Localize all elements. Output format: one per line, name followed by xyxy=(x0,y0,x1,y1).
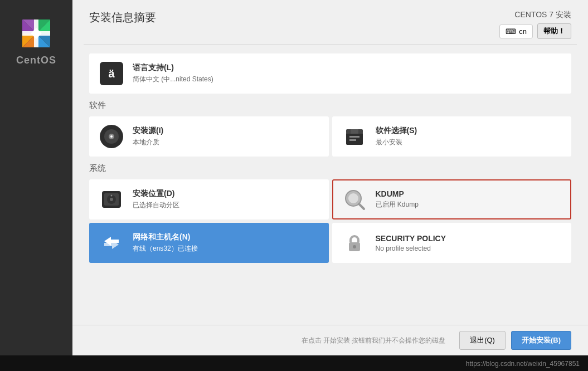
sidebar: CentOS xyxy=(0,0,72,355)
security-policy-text: SECURITY POLICY No profile selected xyxy=(376,234,446,252)
svg-point-14 xyxy=(110,135,113,138)
keyboard-button[interactable]: ⌨ cn xyxy=(499,25,533,38)
content-area: 安装信息摘要 CENTOS 7 安装 ⌨ cn 帮助！ xyxy=(72,0,588,355)
footer: 在点击 开始安装 按钮前我们并不会操作您的磁盘 退出(Q) 开始安装(B) xyxy=(72,325,588,355)
svg-line-27 xyxy=(359,204,364,209)
svg-point-23 xyxy=(110,198,113,201)
disc-icon xyxy=(100,125,123,148)
bottom-bar-url: https://blog.csdn.net/weixin_45967851 xyxy=(466,360,580,368)
security-policy-icon xyxy=(341,230,368,256)
kdump-icon xyxy=(341,186,368,213)
install-destination-subtitle: 已选择自动分区 xyxy=(133,201,179,210)
network-subtitle: 有线（ens32）已连接 xyxy=(133,244,198,253)
svg-rect-17 xyxy=(351,129,358,134)
software-tiles: 安装源(I) 本地介质 xyxy=(89,116,571,157)
software-selection-title: 软件选择(S) xyxy=(376,126,417,136)
title-text: 安装信息摘要 xyxy=(89,10,156,25)
svg-rect-15 xyxy=(346,133,363,145)
security-policy-subtitle: No profile selected xyxy=(376,245,446,252)
install-source-text: 安装源(I) 本地介质 xyxy=(133,126,163,147)
kdump-subtitle: 已启用 Kdump xyxy=(376,200,419,209)
install-source-title: 安装源(I) xyxy=(133,126,163,136)
header: 安装信息摘要 CENTOS 7 安装 ⌨ cn 帮助！ xyxy=(72,0,588,45)
security-policy-title: SECURITY POLICY xyxy=(376,234,446,243)
install-destination-tile[interactable]: 安装位置(D) 已选择自动分区 xyxy=(89,179,329,219)
security-policy-tile[interactable]: SECURITY POLICY No profile selected xyxy=(332,223,572,263)
install-button[interactable]: 开始安装(B) xyxy=(511,331,571,350)
logo-text: CentOS xyxy=(16,55,56,66)
network-icon xyxy=(98,230,125,256)
install-destination-icon xyxy=(98,186,125,213)
install-source-icon xyxy=(98,123,125,150)
network-text: 网络和主机名(N) 有线（ens32）已连接 xyxy=(133,232,198,253)
install-source-tile[interactable]: 安装源(I) 本地介质 xyxy=(89,116,329,157)
centos-logo-icon xyxy=(20,17,53,50)
centos-install-label: CENTOS 7 安装 xyxy=(514,10,571,20)
language-tile[interactable]: ä 语言支持(L) 简体中文 (中...nited States) xyxy=(89,53,571,94)
quit-button[interactable]: 退出(Q) xyxy=(459,331,506,350)
software-selection-subtitle: 最小安装 xyxy=(376,138,417,147)
bottom-bar: https://blog.csdn.net/weixin_45967851 xyxy=(0,355,588,371)
keyboard-label: cn xyxy=(519,27,527,36)
software-selection-text: 软件选择(S) 最小安装 xyxy=(376,126,417,147)
install-source-subtitle: 本地介质 xyxy=(133,138,163,147)
kdump-title: KDUMP xyxy=(376,189,419,198)
software-selection-icon xyxy=(341,123,368,150)
footer-note: 在点击 开始安装 按钮前我们并不会操作您的磁盘 xyxy=(89,336,445,345)
kdump-tile[interactable]: KDUMP 已启用 Kdump xyxy=(332,179,572,219)
language-title: 语言支持(L) xyxy=(133,63,213,73)
centos-logo: CentOS xyxy=(16,17,56,66)
svg-point-26 xyxy=(348,193,358,203)
svg-rect-18 xyxy=(349,136,359,138)
lock-icon xyxy=(343,231,366,255)
lang-icon-box: ä xyxy=(100,62,123,85)
help-button[interactable]: 帮助！ xyxy=(537,23,571,39)
software-selection-tile[interactable]: 软件选择(S) 最小安装 xyxy=(332,116,572,157)
language-subtitle: 简体中文 (中...nited States) xyxy=(133,75,213,84)
system-tiles: 安装位置(D) 已选择自动分区 KDUMP xyxy=(89,179,571,263)
svg-point-24 xyxy=(111,195,113,197)
svg-point-31 xyxy=(353,245,356,248)
keyboard-icon: ⌨ xyxy=(506,27,516,36)
language-tile-text: 语言支持(L) 简体中文 (中...nited States) xyxy=(133,63,213,84)
network-arrows-icon xyxy=(100,231,123,255)
svg-rect-19 xyxy=(349,139,356,141)
language-icon: ä xyxy=(98,60,125,87)
scroll-area: ä 语言支持(L) 简体中文 (中...nited States) 软件 xyxy=(72,45,588,325)
header-right: CENTOS 7 安装 ⌨ cn 帮助！ xyxy=(499,10,571,39)
hdd-icon xyxy=(100,188,123,211)
software-section-label: 软件 xyxy=(89,100,571,111)
install-destination-title: 安装位置(D) xyxy=(133,189,179,199)
network-tile[interactable]: 网络和主机名(N) 有线（ens32）已连接 xyxy=(89,223,329,263)
system-section-label: 系统 xyxy=(89,163,571,174)
install-destination-text: 安装位置(D) 已选择自动分区 xyxy=(133,189,179,210)
network-title: 网络和主机名(N) xyxy=(133,232,198,242)
package-icon xyxy=(343,125,366,148)
kdump-text: KDUMP 已启用 Kdump xyxy=(376,189,419,209)
page-title: 安装信息摘要 xyxy=(89,10,156,25)
search-icon-kdump xyxy=(343,188,366,211)
